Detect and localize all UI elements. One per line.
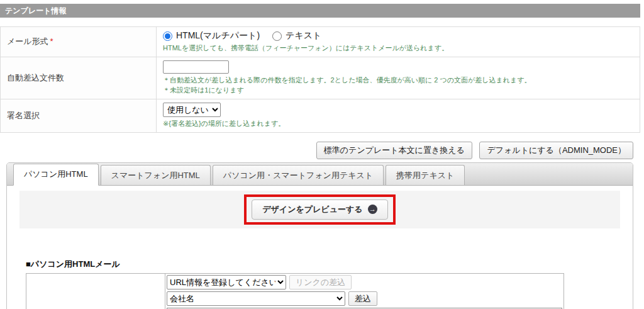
tab-strip: パソコン用HTML スマートフォン用HTML パソコン用・スマートフォン用テキス… <box>7 163 633 186</box>
mail-format-html-radio[interactable] <box>163 31 172 41</box>
mail-format-note: HTMLを選択しても、携帯電話（フィーチャーフォン）にはテキストメールが送られま… <box>163 43 633 53</box>
url-info-select[interactable]: URL情報を登録してください <box>167 275 286 289</box>
template-body-panel: パソコン用HTML スマートフォン用HTML パソコン用・スマートフォン用テキス… <box>6 162 633 309</box>
mail-format-html-radio-label: HTML(マルチパート) <box>176 30 260 42</box>
template-settings-table: メール形式* HTML(マルチパート) テキスト HTMLを選択しても、携帯電話… <box>0 26 640 133</box>
replace-with-standard-template-button[interactable]: 標準のテンプレート本文に置き換える <box>316 142 472 159</box>
pc-html-mail-section-title: ■パソコン用HTMLメール <box>26 259 620 270</box>
highlight-annotation-box: デザインをプレビューする → <box>244 194 395 225</box>
preview-strip: デザインをプレビューする → <box>19 191 620 228</box>
pc-html-mail-editor-table: URL情報を登録してください リンクの差込 会社名 差込 <box>26 273 564 309</box>
tab-smartphone-html[interactable]: スマートフォン用HTML <box>101 165 211 185</box>
mail-format-text-radio-label: テキスト <box>286 30 321 42</box>
signature-select-label: 署名選択 <box>1 99 157 132</box>
table-row: 署名選択 使用しない ※{署名差込}の場所に差し込まれます。 <box>1 99 640 132</box>
tab-pc-smartphone-text[interactable]: パソコン用・スマートフォン用テキスト <box>213 165 384 185</box>
auto-insert-count-label: 自動差込文件数 <box>1 57 157 99</box>
template-actions: 標準のテンプレート本文に置き換える デフォルトにする（ADMIN_MODE） <box>0 142 633 159</box>
table-row: 自動差込文件数 ＊自動差込文が差し込まれる際の件数を指定します。2とした場合、優… <box>1 57 640 99</box>
mail-format-label: メール形式 <box>7 37 48 46</box>
insert-button[interactable]: 差込 <box>348 291 377 306</box>
preview-design-button[interactable]: デザインをプレビューする → <box>252 199 387 220</box>
tab-mobile-text[interactable]: 携帯用テキスト <box>386 165 465 185</box>
signature-note: ※{署名差込}の場所に差し込まれます。 <box>163 119 633 129</box>
arrow-right-icon: → <box>368 205 377 214</box>
mail-format-label-cell: メール形式* <box>1 27 157 57</box>
page-title: テンプレート情報 <box>0 4 640 18</box>
signature-select[interactable]: 使用しない <box>163 103 221 117</box>
editor-label-cell <box>26 273 165 309</box>
auto-insert-count-note-1: ＊自動差込文が差し込まれる際の件数を指定します。2とした場合、優先度が高い順に … <box>163 76 633 86</box>
set-default-admin-mode-button[interactable]: デフォルトにする（ADMIN_MODE） <box>479 142 633 159</box>
mail-format-text-radio[interactable] <box>272 31 282 41</box>
auto-insert-count-note-2: ＊未設定時は1になります <box>163 86 633 96</box>
tab-pc-html[interactable]: パソコン用HTML <box>13 164 99 186</box>
auto-insert-count-input[interactable] <box>163 60 229 74</box>
required-asterisk: * <box>50 37 53 46</box>
tab-panel-pc-html: デザインをプレビューする → ■パソコン用HTMLメール URL情報を登録してく… <box>7 186 633 309</box>
merge-field-select[interactable]: 会社名 <box>167 291 345 306</box>
table-row: メール形式* HTML(マルチパート) テキスト HTMLを選択しても、携帯電話… <box>1 27 640 57</box>
preview-design-button-label: デザインをプレビューする <box>262 204 362 215</box>
link-insert-button[interactable]: リンクの差込 <box>289 275 352 289</box>
